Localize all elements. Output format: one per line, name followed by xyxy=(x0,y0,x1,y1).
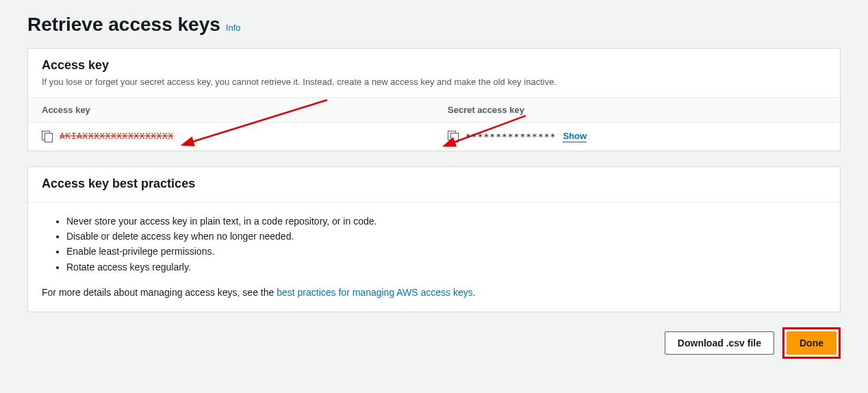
list-item: Never store your access key in plain tex… xyxy=(66,214,826,229)
secret-key-masked: *************** xyxy=(465,131,556,142)
access-key-value: AKIAXXXXXXXXXXXXXXXX xyxy=(60,131,174,141)
details-suffix: . xyxy=(473,287,476,298)
best-practices-body: Never store your access key in plain tex… xyxy=(28,202,840,312)
list-item: Disable or delete access key when no lon… xyxy=(66,229,826,244)
download-csv-button[interactable]: Download .csv file xyxy=(665,331,774,355)
access-key-panel-title: Access key xyxy=(42,58,826,73)
best-practices-doc-link[interactable]: best practices for managing AWS access k… xyxy=(277,287,473,298)
copy-icon[interactable] xyxy=(448,131,459,142)
secret-key-column-header: Secret access key xyxy=(434,98,840,123)
best-practices-list: Never store your access key in plain tex… xyxy=(42,214,826,275)
details-prefix: For more details about managing access k… xyxy=(42,287,277,298)
access-key-column-header: Access key xyxy=(28,98,434,123)
secret-key-value-row: *************** Show xyxy=(434,123,840,151)
show-secret-link[interactable]: Show xyxy=(563,131,587,142)
access-key-panel: Access key If you lose or forget your se… xyxy=(27,48,841,151)
footer-buttons: Download .csv file Done xyxy=(27,327,841,359)
page-title: Retrieve access keys xyxy=(27,14,220,36)
key-columns: Access key AKIAXXXXXXXXXXXXXXXX Secret a… xyxy=(28,97,840,151)
done-highlight-box: Done xyxy=(782,327,841,359)
access-key-value-row: AKIAXXXXXXXXXXXXXXXX xyxy=(28,123,434,150)
access-key-panel-description: If you lose or forget your secret access… xyxy=(42,75,826,89)
page-title-row: Retrieve access keys Info xyxy=(27,14,841,36)
secret-key-column: Secret access key *************** Show xyxy=(434,98,840,151)
best-practices-title: Access key best practices xyxy=(42,177,826,191)
best-practices-panel: Access key best practices Never store yo… xyxy=(27,166,841,313)
list-item: Enable least-privilege permissions. xyxy=(66,244,826,259)
access-key-panel-header: Access key If you lose or forget your se… xyxy=(28,49,840,97)
access-key-column: Access key AKIAXXXXXXXXXXXXXXXX xyxy=(28,98,434,151)
details-row: For more details about managing access k… xyxy=(42,287,826,298)
copy-icon[interactable] xyxy=(42,131,53,142)
info-link[interactable]: Info xyxy=(226,23,241,33)
best-practices-header: Access key best practices xyxy=(28,167,840,202)
done-button[interactable]: Done xyxy=(787,331,837,355)
list-item: Rotate access keys regularly. xyxy=(66,259,826,275)
